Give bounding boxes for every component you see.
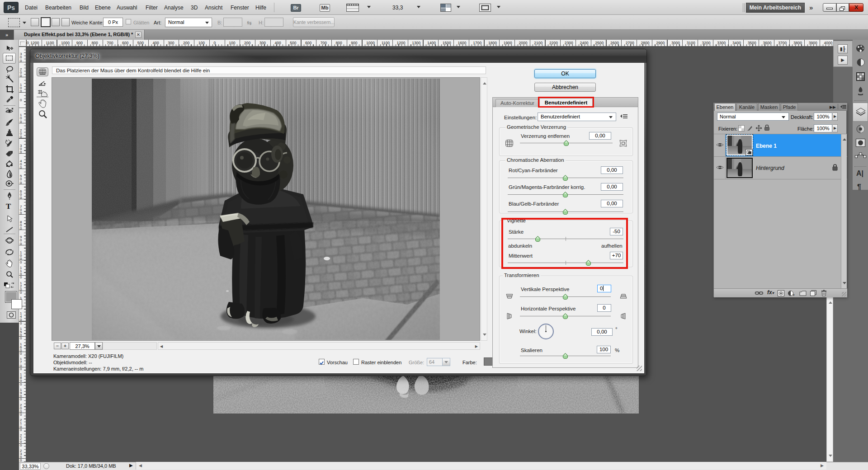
svg-text:▾: ▾ — [793, 293, 795, 296]
